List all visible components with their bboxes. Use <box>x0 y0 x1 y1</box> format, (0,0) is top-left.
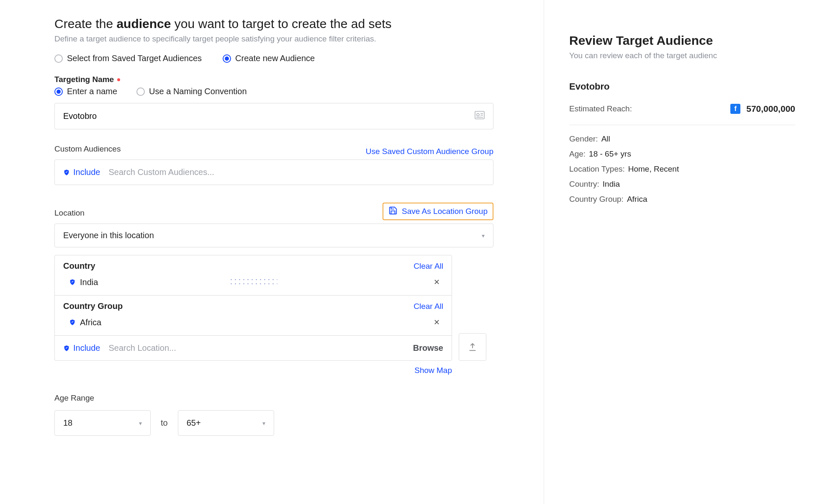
required-indicator-icon <box>117 78 120 81</box>
age-to-value: 65+ <box>187 418 201 428</box>
review-val: India <box>603 180 620 189</box>
review-val: All <box>601 134 610 144</box>
targeting-name-input[interactable] <box>63 111 470 121</box>
location-search-field[interactable]: Include Search Location... Browse <box>55 336 452 360</box>
custom-audiences-field[interactable]: Include Search Custom Audiences... <box>54 159 493 185</box>
upload-icon <box>468 342 477 352</box>
chevron-down-icon: ▾ <box>482 232 485 239</box>
radio-naming-convention[interactable]: Use a Naming Convention <box>136 87 247 96</box>
id-card-icon <box>475 111 485 121</box>
location-scope-select[interactable]: Everyone in this location ▾ <box>54 224 493 247</box>
estimated-reach-row: Estimated Reach: f 570,000,000 <box>569 104 795 125</box>
clear-all-countries-link[interactable]: Clear All <box>414 262 443 271</box>
review-key: Country Group: <box>569 195 624 204</box>
review-val: Home, Recent <box>628 165 679 174</box>
review-row-age: Age: 18 - 65+ yrs <box>569 149 795 159</box>
review-title: Review Target Audience <box>569 33 795 48</box>
country-group-header: Country Group <box>63 301 123 311</box>
checkmark-shield-icon <box>63 169 70 176</box>
upload-locations-button[interactable] <box>459 333 486 361</box>
title-prefix: Create the <box>54 17 116 31</box>
radio-naming-convention-label: Use a Naming Convention <box>149 87 247 96</box>
review-subtitle: You can review each of the target audien… <box>569 51 795 60</box>
review-key: Country: <box>569 180 599 189</box>
targeting-name-label: Targeting Name <box>54 75 493 84</box>
show-map-link[interactable]: Show Map <box>414 366 452 375</box>
custom-audiences-placeholder: Search Custom Audiences... <box>109 167 485 177</box>
country-header: Country <box>63 261 95 271</box>
review-row-gender: Gender: All <box>569 134 795 144</box>
location-label: Location <box>54 208 85 218</box>
clear-all-country-groups-link[interactable]: Clear All <box>414 302 443 311</box>
estimated-reach-label: Estimated Reach: <box>569 104 724 113</box>
remove-country-button[interactable]: ✕ <box>430 276 443 288</box>
location-item-country-label: India <box>80 278 98 287</box>
facebook-icon: f <box>730 104 740 114</box>
targeting-name-field[interactable] <box>54 103 493 129</box>
title-bold: audience <box>116 17 171 31</box>
radio-create-audience-label: Create new Audience <box>235 54 315 63</box>
review-val: 18 - 65+ yrs <box>589 149 631 159</box>
title-suffix: you want to target to create the ad sets <box>171 17 391 31</box>
radio-saved-audiences[interactable]: Select from Saved Target Audiences <box>54 54 202 63</box>
location-card: Country Clear All India ✕ Country Group … <box>54 255 452 361</box>
chevron-down-icon: ▾ <box>139 420 142 427</box>
custom-audiences-label: Custom Audiences <box>54 144 121 154</box>
checkmark-shield-icon <box>69 279 76 285</box>
include-badge[interactable]: Include <box>63 167 100 177</box>
review-row-country: Country: India <box>569 180 795 189</box>
save-as-location-group-button[interactable]: Save As Location Group <box>383 203 493 220</box>
page-title: Create the audience you want to target t… <box>54 17 493 31</box>
location-item-country-group: Africa ✕ <box>63 314 443 332</box>
save-as-location-group-label: Save As Location Group <box>402 207 488 216</box>
review-panel: Review Target Audience You can review ea… <box>544 0 820 504</box>
age-from-select[interactable]: 18 ▾ <box>54 410 151 436</box>
checkmark-shield-icon <box>69 319 76 326</box>
age-from-value: 18 <box>63 418 72 428</box>
page-subtitle: Define a target audience to specifically… <box>54 34 493 44</box>
age-range-label: Age Range <box>54 393 493 403</box>
drag-handle-icon[interactable] <box>229 278 277 287</box>
location-item-country-group-label: Africa <box>80 318 101 327</box>
location-scope-value: Everyone in this location <box>63 231 154 240</box>
use-saved-custom-audience-link[interactable]: Use Saved Custom Audience Group <box>366 147 493 156</box>
svg-point-1 <box>477 113 479 116</box>
age-to-word: to <box>161 418 168 428</box>
chevron-down-icon: ▾ <box>262 420 265 427</box>
browse-locations-button[interactable]: Browse <box>413 343 443 353</box>
radio-saved-audiences-label: Select from Saved Target Audiences <box>67 54 202 63</box>
review-row-location-types: Location Types: Home, Recent <box>569 165 795 174</box>
radio-enter-name[interactable]: Enter a name <box>54 87 117 96</box>
location-item-country: India ✕ <box>63 274 443 292</box>
review-audience-name: Evotobro <box>569 81 795 92</box>
review-key: Gender: <box>569 134 598 144</box>
location-search-placeholder: Search Location... <box>109 343 405 353</box>
review-key: Location Types: <box>569 165 625 174</box>
radio-enter-name-label: Enter a name <box>67 87 117 96</box>
save-icon <box>388 206 398 217</box>
review-row-country-group: Country Group: Africa <box>569 195 795 204</box>
include-badge-location[interactable]: Include <box>63 343 100 353</box>
checkmark-shield-icon <box>63 345 70 352</box>
review-key: Age: <box>569 149 586 159</box>
age-to-select[interactable]: 65+ ▾ <box>178 410 274 436</box>
radio-create-audience[interactable]: Create new Audience <box>223 54 315 63</box>
review-val: Africa <box>627 195 647 204</box>
estimated-reach-value: 570,000,000 <box>746 104 795 114</box>
remove-country-group-button[interactable]: ✕ <box>430 316 443 329</box>
